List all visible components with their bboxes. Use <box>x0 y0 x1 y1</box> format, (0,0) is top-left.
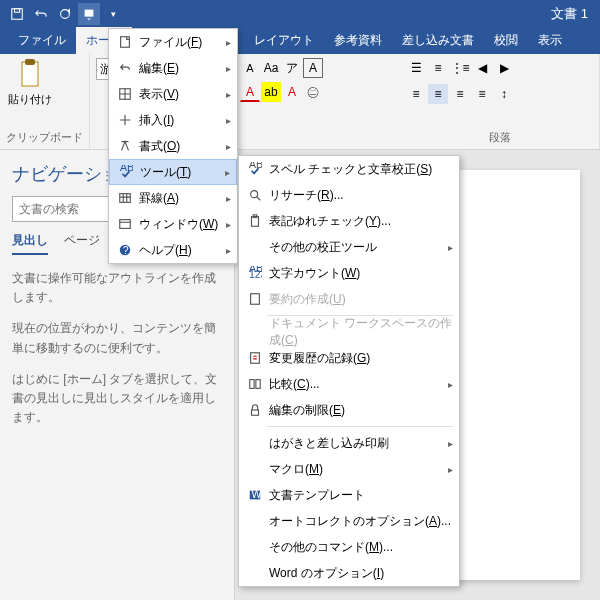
paste-icon[interactable] <box>16 58 44 90</box>
svg-rect-20 <box>251 353 260 364</box>
paste-label[interactable]: 貼り付け <box>8 92 52 107</box>
font-case-icon[interactable]: Aa <box>261 58 281 78</box>
menu-item[interactable]: 表示(V)▸ <box>109 81 237 107</box>
menu-item[interactable]: ABCスペル チェックと文章校正(S) <box>239 156 459 182</box>
menu-item[interactable]: はがきと差し込み印刷▸ <box>239 430 459 456</box>
menu-item-label: 書式(O) <box>135 138 226 155</box>
menu-item-label: Word のオプション(I) <box>265 565 453 582</box>
menu-item[interactable]: 編集の制限(E) <box>239 397 459 423</box>
paragraph-group-label: 段落 <box>406 130 593 145</box>
menu-item-label: 罫線(A) <box>135 190 226 207</box>
menu-item-label: その他の校正ツール <box>265 239 448 256</box>
menu-item[interactable]: 書式(O)▸ <box>109 133 237 159</box>
paragraph-group: ☰ ≡ ⋮≡ ◀ ▶ ≡ ≡ ≡ ≡ ↕ 段落 <box>400 54 600 149</box>
svg-rect-22 <box>256 380 260 389</box>
tab-表示[interactable]: 表示 <box>528 27 572 54</box>
submenu-arrow-icon: ▸ <box>226 245 231 256</box>
numbering-icon[interactable]: ≡ <box>428 58 448 78</box>
ribbon-tabs: ファイルホーム挿入デザインレイアウト参考資料差し込み文書校閲表示 <box>0 28 600 54</box>
svg-rect-19 <box>251 294 260 305</box>
tab-ファイル[interactable]: ファイル <box>8 27 76 54</box>
tab-参考資料[interactable]: 参考資料 <box>324 27 392 54</box>
menu-item[interactable]: その他のコマンド(M)... <box>239 534 459 560</box>
menu-item-label: ファイル(F) <box>135 34 226 51</box>
customize-dropdown-icon[interactable] <box>78 3 100 25</box>
svg-text:W: W <box>252 488 262 500</box>
menu-item-label: その他のコマンド(M)... <box>265 539 453 556</box>
menu-item[interactable]: ?ヘルプ(H)▸ <box>109 237 237 263</box>
menu-item: ドキュメント ワークスペースの作成(C) <box>239 319 459 345</box>
ruby-icon[interactable]: ア <box>282 58 302 78</box>
menu-item[interactable]: 挿入(I)▸ <box>109 107 237 133</box>
menu-item: 要約の作成(U) <box>239 286 459 312</box>
menu-item[interactable]: 比較(C)...▸ <box>239 371 459 397</box>
more-icon[interactable]: ▾ <box>102 3 124 25</box>
menu-item[interactable]: マクロ(M)▸ <box>239 456 459 482</box>
menu-item[interactable]: Word のオプション(I) <box>239 560 459 586</box>
clipboard-group: 貼り付け クリップボード <box>0 54 90 149</box>
char-shading-icon[interactable]: A <box>282 82 302 102</box>
menu-item[interactable]: 罫線(A)▸ <box>109 185 237 211</box>
menu-item-label: 編集(E) <box>135 60 226 77</box>
menu-item[interactable]: W文書テンプレート <box>239 482 459 508</box>
main-dropdown-menu: ファイル(F)▸編集(E)▸表示(V)▸挿入(I)▸書式(O)▸ABCツール(T… <box>108 28 238 264</box>
menu-item[interactable]: 変更履歴の記録(G) <box>239 345 459 371</box>
undo-icon <box>115 61 135 75</box>
menu-item[interactable]: ABCツール(T)▸ <box>109 159 237 185</box>
font-grow-icon[interactable]: A <box>240 58 260 78</box>
nav-help-1: 文書に操作可能なアウトラインを作成します。 <box>12 269 222 307</box>
submenu-arrow-icon: ▸ <box>225 167 230 178</box>
font-color-icon[interactable]: A <box>240 82 260 102</box>
clipboard-group-label: クリップボード <box>6 130 83 145</box>
menu-item[interactable]: リサーチ(R)... <box>239 182 459 208</box>
multilevel-icon[interactable]: ⋮≡ <box>450 58 470 78</box>
sum-icon <box>245 292 265 306</box>
align-center-icon[interactable]: ≡ <box>428 84 448 104</box>
menu-item[interactable]: 表記ゆれチェック(Y)... <box>239 208 459 234</box>
save-icon[interactable] <box>6 3 28 25</box>
menu-item[interactable]: ファイル(F)▸ <box>109 29 237 55</box>
svg-text:ABC: ABC <box>249 162 262 170</box>
undo-icon[interactable] <box>30 3 52 25</box>
menu-item-label: 表記ゆれチェック(Y)... <box>265 213 453 230</box>
nav-help-3: はじめに [ホーム] タブを選択して、文書の見出しに見出しスタイルを適用します。 <box>12 370 222 428</box>
repeat-icon[interactable] <box>54 3 76 25</box>
nav-help-2: 現在の位置がわかり、コンテンツを簡単に移動するのに便利です。 <box>12 319 222 357</box>
submenu-arrow-icon: ▸ <box>226 141 231 152</box>
tab-レイアウト[interactable]: レイアウト <box>244 27 324 54</box>
submenu-arrow-icon: ▸ <box>448 379 453 390</box>
menu-item[interactable]: ABC123文字カウント(W) <box>239 260 459 286</box>
menu-item[interactable]: オートコレクトのオプション(A)... <box>239 508 459 534</box>
svg-text:123: 123 <box>249 268 262 280</box>
justify-icon[interactable]: ≡ <box>472 84 492 104</box>
track-icon <box>245 351 265 365</box>
line-spacing-icon[interactable]: ↕ <box>494 84 514 104</box>
menu-item-label: はがきと差し込み印刷 <box>265 435 448 452</box>
menu-item[interactable]: ウィンドウ(W)▸ <box>109 211 237 237</box>
svg-text:?: ? <box>123 244 129 256</box>
nav-tab-ページ[interactable]: ページ <box>64 232 100 255</box>
align-left-icon[interactable]: ≡ <box>406 84 426 104</box>
menu-item[interactable]: 編集(E)▸ <box>109 55 237 81</box>
menu-item-label: オートコレクトのオプション(A)... <box>265 513 453 530</box>
submenu-arrow-icon: ▸ <box>448 438 453 449</box>
compare-icon <box>245 377 265 391</box>
svg-rect-5 <box>25 59 35 65</box>
tab-校閲[interactable]: 校閲 <box>484 27 528 54</box>
menu-item[interactable]: その他の校正ツール▸ <box>239 234 459 260</box>
nav-tab-見出し[interactable]: 見出し <box>12 232 48 255</box>
highlight-icon[interactable]: ab <box>261 82 281 102</box>
border-char-icon[interactable]: A <box>303 58 323 78</box>
bullets-icon[interactable]: ☰ <box>406 58 426 78</box>
tab-差し込み文書[interactable]: 差し込み文書 <box>392 27 484 54</box>
menu-item-label: 変更履歴の記録(G) <box>265 350 453 367</box>
submenu-arrow-icon: ▸ <box>448 242 453 253</box>
indent-dec-icon[interactable]: ◀ <box>472 58 492 78</box>
tools-submenu: ABCスペル チェックと文章校正(S)リサーチ(R)...表記ゆれチェック(Y)… <box>238 155 460 587</box>
document-title: 文書 1 <box>124 5 594 23</box>
enclose-icon[interactable]: ㊁ <box>303 82 323 102</box>
align-right-icon[interactable]: ≡ <box>450 84 470 104</box>
indent-inc-icon[interactable]: ▶ <box>494 58 514 78</box>
check-icon: ABC <box>116 165 136 179</box>
submenu-arrow-icon: ▸ <box>226 115 231 126</box>
